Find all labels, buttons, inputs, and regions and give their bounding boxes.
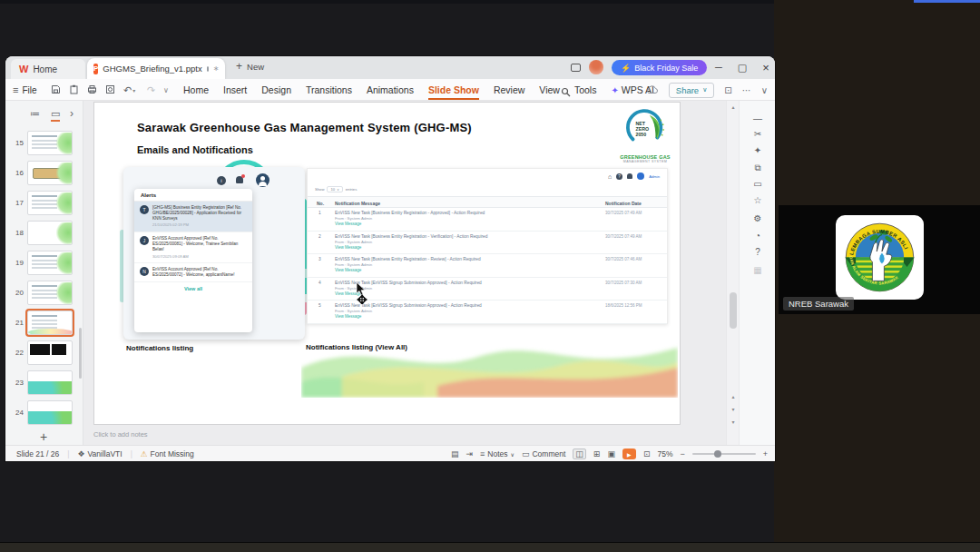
slide-sorter-view-button[interactable]: ⊞ xyxy=(593,449,601,458)
slide-thumbnail-17[interactable] xyxy=(27,191,73,215)
redo-button[interactable]: ↷ xyxy=(147,79,155,101)
menu-insert[interactable]: Insert xyxy=(223,84,247,95)
thumbnail-scrollbar[interactable] xyxy=(79,328,82,379)
close-button[interactable]: × xyxy=(759,60,773,74)
task-window-icon[interactable]: ⊡ xyxy=(724,85,731,95)
clipboard-icon[interactable] xyxy=(67,83,81,96)
add-slide-button[interactable]: + xyxy=(40,429,47,444)
view-message-link[interactable]: View Message xyxy=(335,268,600,273)
previous-slide-button[interactable]: ▴ xyxy=(727,393,740,399)
slide-view-icon[interactable]: ▭ xyxy=(51,108,60,122)
slide-subtitle[interactable]: Emails and Notifications xyxy=(137,144,253,155)
slide-thumbnail-20[interactable] xyxy=(27,281,73,305)
tab-home[interactable]: W Home xyxy=(11,59,85,79)
menu-transitions[interactable]: Transitions xyxy=(306,84,352,95)
undo-dropdown-icon[interactable]: ▾ xyxy=(132,87,135,94)
undo-button[interactable]: ↶▾ xyxy=(123,79,135,101)
scrollbar-thumb[interactable] xyxy=(730,292,737,329)
show-label: Show xyxy=(315,187,324,192)
share-button[interactable]: Share ∨ xyxy=(669,83,714,98)
slide-thumbnail-16[interactable] xyxy=(27,161,73,185)
row-message: EnVISS New Task [Business Entity Registr… xyxy=(335,257,600,273)
menu-animations[interactable]: Animations xyxy=(367,84,414,95)
settings-icon[interactable]: ⚙ xyxy=(740,213,776,223)
view-message-link[interactable]: View Message xyxy=(335,314,600,320)
slide-thumbnail-21[interactable] xyxy=(27,310,73,335)
wave-decoration xyxy=(301,311,678,398)
menu-slide-show[interactable]: Slide Show xyxy=(428,84,479,95)
handout-icon[interactable]: ⇥ xyxy=(466,449,474,458)
favorites-icon[interactable]: ☆ xyxy=(740,195,776,205)
slide-thumbnail-18[interactable] xyxy=(27,221,73,245)
vertical-scrollbar[interactable]: ▴ ▴ ▾ ▾ xyxy=(726,101,739,445)
slide-thumbnail-15[interactable] xyxy=(27,131,73,155)
participant-video-tile[interactable]: LEMBAGA SUMBER ASLI DAN ALAM SEKITAR SAR… xyxy=(779,205,980,314)
view-all-link[interactable]: View all xyxy=(134,282,252,295)
comment-button[interactable]: ▭ Comment xyxy=(522,449,565,458)
menu-review[interactable]: Review xyxy=(494,84,524,95)
alert-item[interactable]: NEnVISS Account Approved [Ref No. ES/202… xyxy=(134,263,252,282)
black-friday-sale-button[interactable]: ⚡ Black Friday Sale xyxy=(612,60,707,75)
restore-button[interactable]: ▢ xyxy=(735,60,750,74)
slide-thumbnail-23[interactable] xyxy=(27,370,73,395)
help-circle-icon[interactable]: ? xyxy=(740,247,776,257)
view-message-link[interactable]: View Message xyxy=(335,245,600,251)
theme-indicator[interactable]: ❖ VanillaVTI xyxy=(77,449,122,458)
thumb-content xyxy=(52,344,66,355)
notes-panel-icon[interactable]: ▤ xyxy=(451,449,459,458)
slide-thumbnail-24[interactable] xyxy=(27,400,73,425)
view-message-link[interactable]: View Message xyxy=(335,222,600,227)
design-tools-icon[interactable]: ✂ xyxy=(740,129,776,139)
alert-item[interactable]: T[GHG-MS] Business Entity Registration [… xyxy=(134,202,252,232)
slide-thumbnail-19[interactable] xyxy=(27,251,73,275)
file-menu-button[interactable]: ≡ File xyxy=(13,79,37,101)
save-icon[interactable] xyxy=(49,83,63,96)
account-avatar[interactable] xyxy=(589,60,603,74)
outline-view-icon[interactable]: ≔ xyxy=(30,108,40,119)
cloud-sync-icon[interactable] xyxy=(645,82,659,98)
history-icon[interactable]: ◔ xyxy=(740,231,776,241)
status-left: Slide 21 / 26 | ❖ VanillaVTI | ⚠ Font Mi… xyxy=(5,449,194,458)
notes-toggle[interactable]: ≡ Notes ∨ xyxy=(480,449,514,458)
reading-view-button[interactable]: ▣ xyxy=(607,449,615,458)
new-tab-button[interactable]: + New xyxy=(236,61,264,72)
notification-date: 30/7/2025 07:49 AM xyxy=(605,211,642,215)
zoom-slider[interactable] xyxy=(692,453,756,455)
slideshow-play-button[interactable]: ▶ xyxy=(622,448,636,459)
notes-placeholder[interactable]: Click to add notes xyxy=(93,430,148,439)
menu-view[interactable]: View xyxy=(539,84,560,95)
multi-device-icon[interactable] xyxy=(571,64,581,72)
zoom-slider-handle[interactable] xyxy=(714,450,721,458)
shape-merge-icon[interactable]: ⧉ xyxy=(740,163,776,173)
toolbar-more-icon[interactable]: ∨ xyxy=(163,79,169,101)
zoom-out-button[interactable]: − xyxy=(680,449,684,458)
slide-thumbnail-22[interactable] xyxy=(27,340,73,365)
menu-home[interactable]: Home xyxy=(183,84,209,95)
search-icon[interactable] xyxy=(561,84,571,101)
view-message-link[interactable]: View Message xyxy=(335,291,600,297)
normal-view-button[interactable]: ◫ xyxy=(573,448,586,459)
collapse-ribbon-icon[interactable]: ∨ xyxy=(761,85,768,95)
menu-tools[interactable]: Tools xyxy=(574,84,597,95)
next-slide-button[interactable]: ▾ xyxy=(727,406,740,412)
scroll-down-icon[interactable]: ▾ xyxy=(727,419,740,425)
zoom-in-button[interactable]: + xyxy=(763,449,768,458)
alert-item[interactable]: JEnVISS Account Approved [Ref No. ES/202… xyxy=(134,232,252,263)
slide-title[interactable]: Sarawak Greenhouse Gas Management System… xyxy=(137,121,472,134)
slide-canvas[interactable]: Sarawak Greenhouse Gas Management System… xyxy=(93,102,681,425)
tab-document[interactable]: P GHGMS_Briefing_v1.pptx ∗ xyxy=(87,58,225,79)
more-options-icon[interactable]: ⋯ xyxy=(742,85,751,95)
fit-slide-icon[interactable]: ⊡ xyxy=(643,449,651,458)
apps-grid-icon[interactable]: ▦ xyxy=(740,265,776,275)
scroll-up-icon[interactable]: ▴ xyxy=(727,104,740,110)
print-preview-icon[interactable] xyxy=(103,83,117,96)
collapse-pane-icon[interactable]: — xyxy=(740,113,776,123)
menu-design[interactable]: Design xyxy=(261,84,291,95)
zoom-level[interactable]: 75% xyxy=(657,449,672,458)
comment-pane-icon[interactable]: ▭ xyxy=(740,179,776,189)
font-missing-warning[interactable]: ⚠ Font Missing xyxy=(141,449,194,458)
smart-effects-icon[interactable]: ✦ xyxy=(740,145,776,155)
minimize-button[interactable]: ─ xyxy=(711,60,726,74)
print-icon[interactable] xyxy=(85,83,99,96)
expand-panel-icon[interactable]: › xyxy=(70,108,74,119)
